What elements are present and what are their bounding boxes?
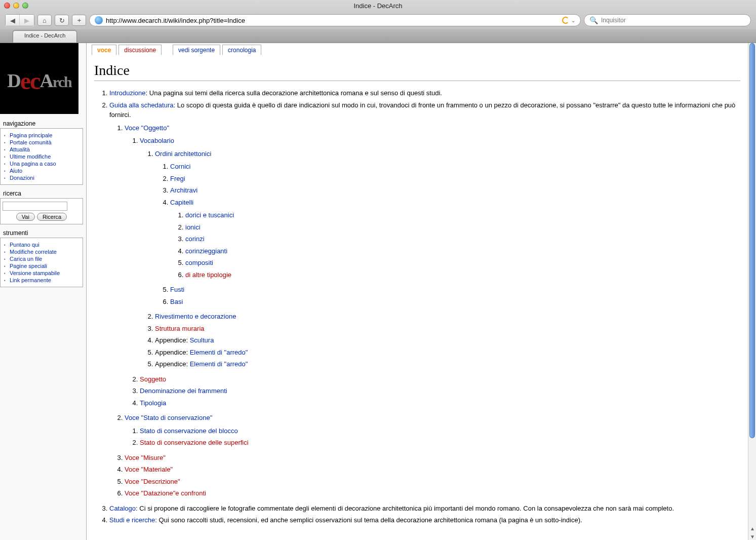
tool-link[interactable]: Versione stampabile xyxy=(10,270,60,276)
link-arredo[interactable]: Elementi di "arredo" xyxy=(190,349,248,356)
nav-group: ◀ ▶ xyxy=(5,14,34,26)
window-controls xyxy=(4,3,28,9)
link-rivestimento[interactable]: Rivestimento e decorazione xyxy=(155,313,236,320)
tools-header: strumenti xyxy=(0,228,86,238)
tools-portlet: strumenti Puntano qui Modifiche correlat… xyxy=(0,228,86,287)
titlebar: Indice - DecArch xyxy=(0,0,756,11)
logo[interactable]: DecArch xyxy=(0,43,78,114)
browser-search-input[interactable] xyxy=(601,17,745,24)
link-introduzione[interactable]: Introduzione xyxy=(109,89,146,97)
nav-link[interactable]: Una pagina a caso xyxy=(10,161,56,167)
viewport: Entra o crea un nuovo accesso DecArch na… xyxy=(0,43,756,540)
link-studi[interactable]: Studi e ricerche xyxy=(109,516,155,524)
link-architravi[interactable]: Architravi xyxy=(170,186,197,194)
link-vocabolario[interactable]: Vocabolario xyxy=(140,137,174,144)
link-stato-superfici[interactable]: Stato di conservazione delle superfici xyxy=(140,439,249,446)
nav-link[interactable]: Aiuto xyxy=(10,168,22,174)
link-corinzi[interactable]: corinzi xyxy=(185,235,205,243)
nav-link[interactable]: Portale comunità xyxy=(10,139,52,145)
scroll-up-icon[interactable]: ▲ xyxy=(748,524,756,532)
search-icon: 🔍 xyxy=(589,16,598,24)
content-tabs: voce discussione vedi sorgente cronologi… xyxy=(92,43,261,53)
tab-strip: Indice - DecArch xyxy=(0,29,756,43)
search-full-button[interactable]: Ricerca xyxy=(37,213,67,221)
list-item: Guida alla schedatura: Lo scopo di quest… xyxy=(109,99,740,503)
url-bar[interactable]: http://www.decarch.it/wiki/index.php?tit… xyxy=(89,14,581,26)
search-go-button[interactable]: Vai xyxy=(16,213,35,221)
link-basi[interactable]: Basi xyxy=(170,298,183,305)
nav-link[interactable]: Attualità xyxy=(10,146,30,152)
browser-search[interactable]: 🔍 xyxy=(584,14,751,26)
link-fusti[interactable]: Fusti xyxy=(170,286,184,293)
link-catalogo[interactable]: Catalogo xyxy=(109,505,136,512)
list-item: Introduzione: Una pagina sui temi della … xyxy=(109,87,740,99)
tool-link[interactable]: Puntano qui xyxy=(10,242,39,248)
list-item: Studi e ricerche: Qui sono raccolti stud… xyxy=(109,514,740,526)
close-window-button[interactable] xyxy=(4,3,10,9)
link-capitelli[interactable]: Capitelli xyxy=(170,199,193,206)
link-descrizione[interactable]: Voce "Descrizione" xyxy=(125,478,180,485)
link-scultura[interactable]: Scultura xyxy=(190,336,214,344)
link-stato-conservazione[interactable]: Voce "Stato di conservazione" xyxy=(125,414,212,421)
minimize-window-button[interactable] xyxy=(13,3,19,9)
link-misure[interactable]: Voce "Misure" xyxy=(125,454,166,461)
browser-chrome: Indice - DecArch ◀ ▶ ⌂ ↻ ＋ http://www.de… xyxy=(0,0,756,43)
link-denominazione[interactable]: Denominazione dei frammenti xyxy=(140,387,227,395)
scrollbar[interactable]: ▲ ▼ xyxy=(748,43,756,540)
link-compositi[interactable]: compositi xyxy=(185,259,213,266)
scroll-thumb[interactable] xyxy=(749,43,755,438)
feed-icon[interactable] xyxy=(562,17,569,24)
tab-cronologia[interactable]: cronologia xyxy=(222,45,261,55)
tool-link[interactable]: Carica un file xyxy=(10,256,42,262)
page-title: Indice xyxy=(94,62,740,81)
site-icon xyxy=(95,16,103,24)
link-arredo[interactable]: Elementi di "arredo" xyxy=(190,360,248,368)
article: Indice Introduzione: Una pagina sui temi… xyxy=(87,43,748,536)
page: Entra o crea un nuovo accesso DecArch na… xyxy=(0,43,748,540)
wiki-search-input[interactable] xyxy=(3,202,67,211)
link-corinzieggianti[interactable]: corinzieggianti xyxy=(185,247,227,255)
browser-tab[interactable]: Indice - DecArch xyxy=(13,30,77,43)
link-fregi[interactable]: Fregi xyxy=(170,175,185,182)
back-button[interactable]: ◀ xyxy=(6,15,20,26)
link-ionici[interactable]: ionici xyxy=(185,223,201,231)
nav-link[interactable]: Pagina principale xyxy=(10,132,52,138)
search-portlet: ricerca Vai Ricerca xyxy=(0,189,86,224)
link-dorici[interactable]: dorici e tuscanici xyxy=(185,211,234,219)
link-ordini[interactable]: Ordini architettonici xyxy=(155,150,211,158)
link-materiale[interactable]: Voce "Materiale" xyxy=(125,466,173,473)
zoom-window-button[interactable] xyxy=(22,3,28,9)
tool-link[interactable]: Modifiche correlate xyxy=(10,249,57,255)
content: voce discussione vedi sorgente cronologi… xyxy=(86,43,748,540)
nav-link[interactable]: Ultime modifiche xyxy=(10,153,51,160)
link-struttura[interactable]: Struttura muraria xyxy=(155,325,205,332)
link-stato-blocco[interactable]: Stato di conservazione del blocco xyxy=(140,427,238,435)
browser-toolbar: ◀ ▶ ⌂ ↻ ＋ http://www.decarch.it/wiki/ind… xyxy=(0,11,756,29)
tab-discussione[interactable]: discussione xyxy=(118,45,162,55)
link-tipologia[interactable]: Tipologia xyxy=(140,399,166,407)
tool-link[interactable]: Pagine speciali xyxy=(10,263,47,269)
link-datazione[interactable]: Voce "Datazione"e confronti xyxy=(125,489,206,497)
window-title: Indice - DecArch xyxy=(4,2,752,10)
nav-link[interactable]: Donazioni xyxy=(10,175,34,181)
link-altre-tipologie[interactable]: di altre tipologie xyxy=(185,271,231,279)
home-button[interactable]: ⌂ xyxy=(37,15,52,26)
url-text: http://www.decarch.it/wiki/index.php?tit… xyxy=(106,17,245,24)
link-cornici[interactable]: Cornici xyxy=(170,163,190,170)
link-voce-oggetto[interactable]: Voce "Oggetto" xyxy=(125,124,169,132)
tab-vedi-sorgente[interactable]: vedi sorgente xyxy=(173,45,220,55)
link-soggetto[interactable]: Soggetto xyxy=(140,375,166,383)
reload-button[interactable]: ↻ xyxy=(55,15,69,26)
forward-button[interactable]: ▶ xyxy=(20,15,34,26)
tool-link[interactable]: Link permanente xyxy=(10,277,51,283)
nav-portlet: navigazione Pagina principale Portale co… xyxy=(0,119,86,185)
search-header: ricerca xyxy=(0,189,86,198)
nav-header: navigazione xyxy=(0,119,86,128)
list-item: Catalogo: Ci si propone di raccogliere l… xyxy=(109,503,740,515)
url-dropdown-icon[interactable]: ⌄ xyxy=(571,18,575,23)
tab-voce[interactable]: voce xyxy=(92,45,116,55)
sidebar: DecArch navigazione Pagina principale Po… xyxy=(0,43,86,540)
scroll-down-icon[interactable]: ▼ xyxy=(748,532,756,540)
link-guida[interactable]: Guida alla schedatura xyxy=(109,101,173,109)
add-button[interactable]: ＋ xyxy=(72,15,86,26)
